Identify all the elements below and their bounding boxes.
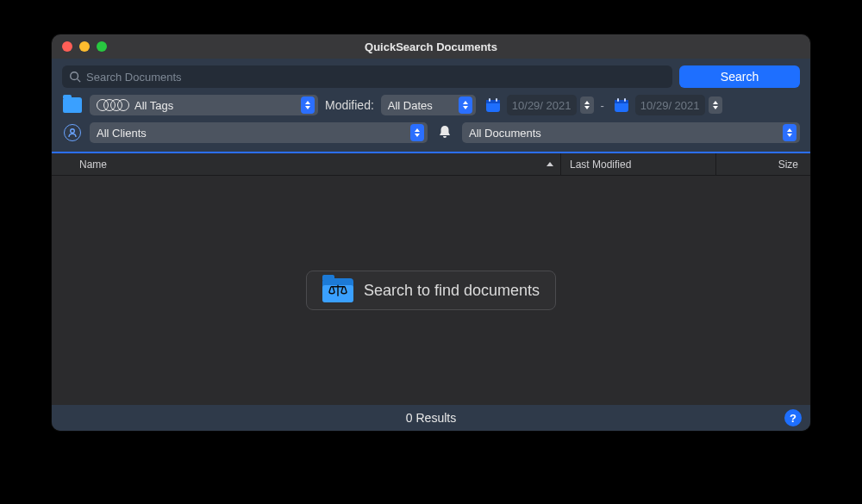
sort-ascending-icon xyxy=(547,162,553,166)
column-modified-label: Last Modified xyxy=(570,159,631,171)
search-field[interactable] xyxy=(62,65,672,88)
clients-filter-value: All Clients xyxy=(97,127,147,140)
empty-state-message: Search to find documents xyxy=(364,282,540,300)
date-range-separator: - xyxy=(601,99,604,112)
window-title: QuickSearch Documents xyxy=(52,40,810,53)
modified-date-value: All Dates xyxy=(388,99,433,112)
close-window-button[interactable] xyxy=(62,41,72,52)
modified-label: Modified: xyxy=(325,98,374,112)
svg-rect-3 xyxy=(486,100,500,103)
search-row: Search xyxy=(62,65,800,88)
results-table-header: Name Last Modified Size xyxy=(52,153,810,176)
search-toolbar: Search All Tags Modified: All Dates xyxy=(52,59,810,153)
column-header-size[interactable]: Size xyxy=(715,153,798,175)
date-to-stepper[interactable] xyxy=(709,96,722,114)
tags-filter-value: All Tags xyxy=(134,99,173,112)
svg-line-1 xyxy=(78,79,81,83)
search-input[interactable] xyxy=(81,71,665,84)
app-window: QuickSearch Documents Search All Tags xyxy=(52,34,810,431)
svg-rect-4 xyxy=(489,98,490,102)
zoom-window-button[interactable] xyxy=(97,41,107,52)
tag-color-circles-icon xyxy=(97,99,129,111)
svg-rect-5 xyxy=(496,98,497,102)
clients-filter-popup[interactable]: All Clients xyxy=(90,122,428,143)
popup-arrows-icon xyxy=(410,124,424,141)
empty-state: Search to find documents xyxy=(306,271,556,310)
tag-folder-icon xyxy=(62,96,83,115)
filters-row-1: All Tags Modified: All Dates 10/29/ 2021… xyxy=(62,95,800,115)
window-controls xyxy=(52,41,107,52)
date-to-field[interactable]: 10/29/ 2021 xyxy=(635,95,705,115)
search-icon xyxy=(69,71,81,83)
titlebar: QuickSearch Documents xyxy=(52,34,810,59)
doctype-filter-popup[interactable]: All Documents xyxy=(462,122,800,143)
search-button[interactable]: Search xyxy=(679,65,800,88)
date-from-stepper[interactable] xyxy=(580,96,594,114)
status-bar: 0 Results ? xyxy=(52,405,810,431)
date-to-group: 10/29/ 2021 xyxy=(611,95,722,115)
svg-point-10 xyxy=(71,129,75,134)
results-count: 0 Results xyxy=(406,411,456,425)
minimize-window-button[interactable] xyxy=(79,41,90,52)
bell-icon xyxy=(434,123,455,142)
column-name-label: Name xyxy=(79,159,107,171)
tags-filter-popup[interactable]: All Tags xyxy=(90,95,318,115)
documents-folder-icon xyxy=(322,278,353,302)
client-icon xyxy=(62,123,83,142)
date-from-group: 10/29/ 2021 xyxy=(483,95,594,115)
filters-row-2: All Clients All Documents xyxy=(62,122,800,143)
results-table-body: Search to find documents xyxy=(52,176,810,405)
column-header-name[interactable]: Name xyxy=(79,159,560,171)
popup-arrows-icon xyxy=(459,96,472,114)
popup-arrows-icon xyxy=(783,124,796,141)
svg-rect-7 xyxy=(615,100,628,103)
svg-rect-8 xyxy=(617,98,619,102)
doctype-filter-value: All Documents xyxy=(469,127,541,140)
calendar-to-button[interactable] xyxy=(611,96,632,115)
popup-arrows-icon xyxy=(301,96,315,114)
calendar-from-button[interactable] xyxy=(483,96,503,115)
date-from-field[interactable]: 10/29/ 2021 xyxy=(507,95,577,115)
svg-point-0 xyxy=(71,72,78,80)
svg-rect-9 xyxy=(624,98,626,102)
help-button[interactable]: ? xyxy=(784,409,802,426)
column-size-label: Size xyxy=(778,159,798,171)
column-header-modified[interactable]: Last Modified xyxy=(560,153,715,175)
modified-date-popup[interactable]: All Dates xyxy=(381,95,476,115)
